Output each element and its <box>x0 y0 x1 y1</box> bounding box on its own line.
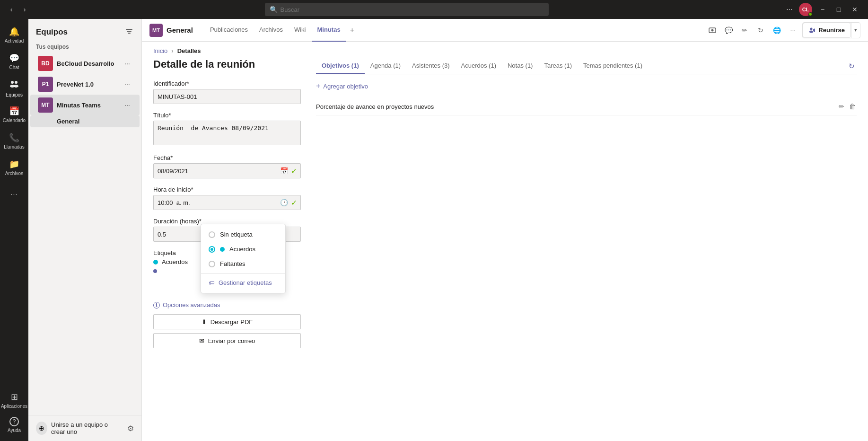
avatar-button[interactable]: CL <box>799 3 812 16</box>
equipos-label: Equipos <box>6 92 23 97</box>
actividad-icon: 🔔 <box>9 26 19 37</box>
team-more-bd[interactable]: ··· <box>123 59 132 68</box>
email-icon: ✉ <box>199 337 204 344</box>
sidebar-item-aplicaciones[interactable]: ⊞ Aplicaciones <box>2 388 26 413</box>
dropdown-manage[interactable]: 🏷 Gestionar etiquetas <box>201 275 285 290</box>
detail-tab-temas[interactable]: Temas pendientes (1) <box>578 58 648 74</box>
dropdown-item-sin-etiqueta[interactable]: Sin etiqueta <box>201 227 285 242</box>
fecha-valid-icon: ✓ <box>291 167 297 176</box>
add-objetivo-button[interactable]: + Agregar objetivo <box>316 82 857 90</box>
sidebar-footer: ⊕ Unirse a un equipo o crear uno ⚙ <box>28 415 141 441</box>
archivos-icon: 📁 <box>9 159 19 169</box>
dropdown-item-faltantes[interactable]: Faltantes <box>201 256 285 271</box>
refresh-button[interactable]: ↻ <box>847 60 857 72</box>
add-tab-button[interactable]: + <box>346 19 358 42</box>
detail-tab-acuerdos[interactable]: Acuerdos (1) <box>456 58 502 74</box>
sidebar-item-ayuda[interactable]: ? Ayuda <box>2 413 26 437</box>
team-more-p1[interactable]: ··· <box>123 79 132 89</box>
radio-acuerdos <box>209 246 215 253</box>
header-edit-icon[interactable]: ✏ <box>738 24 751 37</box>
tab-archivos[interactable]: Archivos <box>254 19 289 42</box>
teams-sidebar-header: Equipos <box>28 19 141 42</box>
filter-button[interactable] <box>124 26 134 38</box>
input-hora[interactable] <box>153 195 301 210</box>
channel-item-general[interactable]: General <box>30 115 140 127</box>
clock-icon[interactable]: 🕐 <box>280 199 288 206</box>
meet-button[interactable]: Reunirse <box>803 23 851 38</box>
team-item-p1[interactable]: P1 PreveNet 1.0 ··· <box>30 74 140 95</box>
edit-objetivo-button[interactable]: ✏ <box>838 102 845 111</box>
forward-button[interactable]: › <box>19 4 30 15</box>
team-info-bd: BeCloud Desarrollo <box>57 60 123 67</box>
detail-tab-notas[interactable]: Notas (1) <box>502 58 538 74</box>
header-more-icon[interactable]: ··· <box>786 24 799 37</box>
search-input[interactable] <box>281 6 544 13</box>
detail-tab-agenda[interactable]: Agenda (1) <box>365 58 406 74</box>
sidebar-item-archivos[interactable]: 📁 Archivos <box>2 155 26 180</box>
input-identificador[interactable] <box>153 89 301 104</box>
title-bar-right: ··· CL − □ ✕ <box>783 3 862 16</box>
back-button[interactable]: ‹ <box>6 4 17 15</box>
radio-sin-etiqueta <box>209 231 215 238</box>
input-titulo[interactable] <box>153 121 301 145</box>
descargar-pdf-button[interactable]: ⬇ Descargar PDF <box>153 314 301 329</box>
etiqueta-dropdown: Sin etiqueta Acuerdos Faltantes <box>201 224 286 293</box>
sidebar-item-calendario[interactable]: 📅 Calendario <box>2 102 26 127</box>
field-titulo: Título* <box>153 112 301 147</box>
settings-button[interactable]: ⚙ <box>127 424 134 433</box>
maximize-button[interactable]: □ <box>831 3 846 16</box>
meet-chevron[interactable]: ▾ <box>851 23 860 38</box>
more-button[interactable]: ··· <box>783 3 796 16</box>
tab-wiki[interactable]: Wiki <box>289 19 312 42</box>
header-photo-icon[interactable] <box>706 24 719 37</box>
tab-minutas[interactable]: Minutas <box>312 19 346 42</box>
team-avatar-p1: P1 <box>38 77 53 92</box>
calendar-icon[interactable]: 📅 <box>280 167 288 175</box>
team-item-bd[interactable]: BD BeCloud Desarrollo ··· <box>30 53 140 74</box>
detail-tab-asistentes[interactable]: Asistentes (3) <box>406 58 455 74</box>
svg-marker-12 <box>813 28 815 32</box>
channel-tabs: Publicaciones Archivos Wiki Minutas + <box>204 19 358 42</box>
enviar-correo-button[interactable]: ✉ Enviar por correo <box>153 333 301 348</box>
team-name-bd: BeCloud Desarrollo <box>57 60 123 67</box>
tab-publicaciones[interactable]: Publicaciones <box>204 19 254 42</box>
minimize-button[interactable]: − <box>815 3 830 16</box>
team-item-mt[interactable]: MT Minutas Teams ··· <box>30 95 140 115</box>
field-fecha: Fecha* 📅 ✓ <box>153 154 301 178</box>
sidebar-item-actividad[interactable]: 🔔 Actividad <box>2 23 26 47</box>
my-teams-label: Tus equipos <box>28 42 141 53</box>
sidebar-item-chat[interactable]: 💬 Chat <box>2 49 26 74</box>
header-refresh-icon[interactable]: ↻ <box>754 24 767 37</box>
channel-name-general: General <box>57 118 79 125</box>
aplicaciones-label: Aplicaciones <box>1 404 27 409</box>
dropdown-item-acuerdos[interactable]: Acuerdos <box>201 242 285 256</box>
sidebar-item-mas[interactable]: ··· <box>2 182 26 206</box>
sidebar-item-equipos[interactable]: Equipos <box>2 76 26 100</box>
team-info-p1: PreveNet 1.0 <box>57 81 123 88</box>
opciones-avanzadas-link[interactable]: ℹ Opciones avanzadas <box>153 301 301 309</box>
acuerdos-dot <box>220 247 225 252</box>
delete-objetivo-button[interactable]: 🗑 <box>848 102 857 111</box>
breadcrumb-inicio[interactable]: Inicio <box>153 47 167 54</box>
field-identificador: Identificador* <box>153 80 301 104</box>
detail-tab-tareas[interactable]: Tareas (1) <box>538 58 578 74</box>
header-globe-icon[interactable]: 🌐 <box>770 24 783 37</box>
equipos-icon <box>9 79 19 91</box>
search-icon: 🔍 <box>270 6 278 13</box>
team-more-mt[interactable]: ··· <box>123 100 132 110</box>
add-objetivo-label: Agregar objetivo <box>323 83 368 90</box>
title-bar: ‹ › 🔍 ··· CL − □ ✕ <box>0 0 868 19</box>
svg-point-1 <box>15 81 18 84</box>
actividad-label: Actividad <box>5 38 24 44</box>
mas-icon: ··· <box>11 190 18 198</box>
descargar-pdf-label: Descargar PDF <box>210 318 253 326</box>
search-bar[interactable]: 🔍 <box>265 3 549 16</box>
detail-tab-objetivos[interactable]: Objetivos (1) <box>316 58 365 74</box>
header-chat-icon[interactable]: 💬 <box>722 24 735 37</box>
chat-label: Chat <box>9 65 19 70</box>
join-text[interactable]: Unirse a un equipo o crear uno <box>51 421 123 435</box>
team-info-mt: Minutas Teams <box>57 102 123 109</box>
input-fecha[interactable] <box>153 163 301 178</box>
close-button[interactable]: ✕ <box>847 3 862 16</box>
sidebar-item-llamadas[interactable]: 📞 Llamadas <box>2 129 26 153</box>
